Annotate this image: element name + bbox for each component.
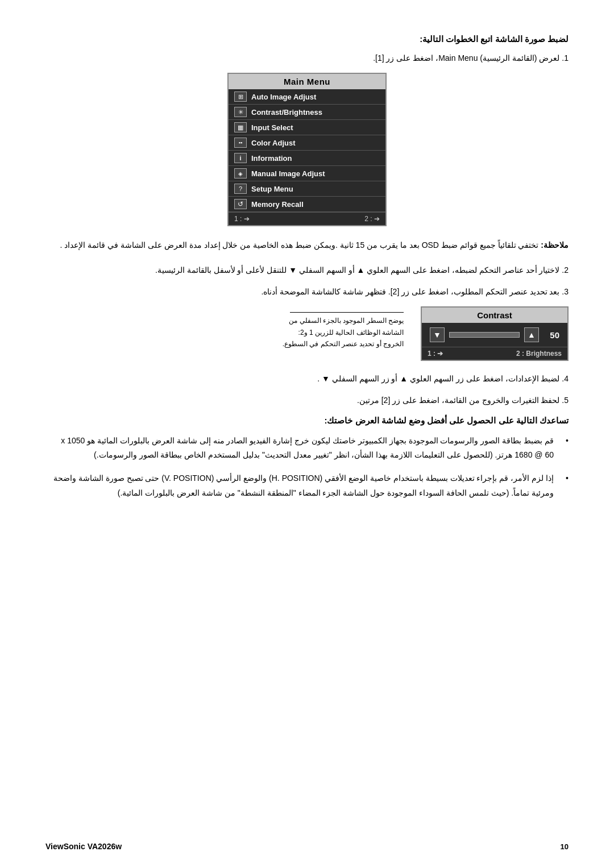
menu-item-setup[interactable]: ? Setup Menu: [229, 181, 385, 197]
color-adjust-icon: ▪▪: [234, 138, 247, 148]
contrast-bar: [449, 332, 520, 338]
main-menu-container: Main Menu ⊞ Auto Image Adjust ✳ Contrast…: [45, 73, 569, 226]
menu-footer-left: 1 : ➔: [234, 215, 250, 223]
tip-2-text: إذا لزم الأمر، قم بإجراء تعديلات بسيطة ب…: [45, 471, 562, 500]
menu-item-auto-image-adjust[interactable]: ⊞ Auto Image Adjust: [229, 89, 385, 105]
note-label: ملاحظة:: [541, 240, 569, 250]
contrast-footer-right: 2 : Brightness: [516, 350, 562, 358]
contrast-title: Contrast: [422, 308, 567, 323]
step-1-text: 1. لعرض (القائمة الرئيسية) Main Menu، اض…: [45, 53, 569, 63]
contrast-body: ▼ ▲ 50: [422, 323, 567, 347]
menu-item-information[interactable]: i Information: [229, 151, 385, 166]
step-2: 2. لاختيار أحد عناصر التحكم لضبطه، اضغط …: [45, 264, 569, 277]
tip-1: • قم بضبط بطاقة الصور والرسومات الموجودة…: [45, 434, 569, 462]
contrast-down-button[interactable]: ▼: [430, 327, 445, 342]
contrast-section: يوضح السطر الموجود بالجزء السفلي من الشا…: [45, 306, 569, 361]
menu-label-memory: Memory Recall: [251, 200, 304, 209]
menu-item-memory-recall[interactable]: ↺ Memory Recall: [229, 197, 385, 212]
tip-1-text: قم بضبط بطاقة الصور والرسومات الموجودة ب…: [45, 434, 562, 462]
menu-label-contrast: Contrast/Brightness: [251, 108, 322, 117]
contrast-up-button[interactable]: ▲: [524, 327, 539, 342]
tip-1-bullet: •: [566, 434, 569, 448]
contrast-footer-left: 1 : ➔: [428, 350, 443, 358]
manual-image-icon: ◈: [234, 168, 247, 178]
step-3: 3. بعد تحديد عنصر التحكم المطلوب، اضغط ع…: [45, 285, 569, 299]
tips-list: • قم بضبط بطاقة الصور والرسومات الموجودة…: [45, 434, 569, 500]
annotation-line1: يوضح السطر الموجود بالجزء السفلي من: [283, 315, 404, 326]
menu-label-color: Color Adjust: [251, 139, 296, 147]
footer-brand-model: ViewSonic VA2026w: [45, 842, 122, 851]
setup-icon: ?: [234, 184, 247, 194]
section-title: لضبط صورة الشاشة اتبع الخطوات التالية:: [45, 34, 569, 44]
menu-item-contrast-brightness[interactable]: ✳ Contrast/Brightness: [229, 105, 385, 120]
contrast-footer: 1 : ➔ 2 : Brightness: [422, 347, 567, 360]
contrast-value: 50: [544, 330, 559, 340]
step-5: 5. لحفظ التغيرات والخروج من القائمة، اضغ…: [45, 394, 569, 408]
menu-item-input-select[interactable]: ▦ Input Select: [229, 120, 385, 135]
tip-2-bullet: •: [566, 471, 569, 485]
information-icon: i: [234, 153, 247, 163]
annotation-line2: الشاشة الوظائف الحالية للزرين 1 و2:: [283, 327, 404, 338]
tips-title: تساعدك التالية على الحصول على أفضل وضع ل…: [45, 416, 569, 426]
menu-footer-right: 2 : ➔: [364, 215, 380, 223]
menu-label-input: Input Select: [251, 123, 293, 132]
menu-label-auto: Auto Image Adjust: [251, 93, 316, 101]
note-text: تختفي تلقائياً جميع قوائم ضبط OSD بعد ما…: [60, 240, 539, 250]
contrast-icon: ✳: [234, 107, 247, 117]
footer-model: VA2026w: [88, 842, 122, 851]
menu-item-manual-image-adjust[interactable]: ◈ Manual Image Adjust: [229, 166, 385, 181]
input-select-icon: ▦: [234, 122, 247, 132]
tip-2: • إذا لزم الأمر، قم بإجراء تعديلات بسيطة…: [45, 471, 569, 500]
footer-brand-name: ViewSonic: [45, 842, 85, 851]
menu-label-manual: Manual Image Adjust: [251, 169, 325, 178]
page-footer: ViewSonic VA2026w 10: [45, 842, 569, 851]
annotation-divider: [290, 312, 404, 313]
menu-label-info: Information: [251, 154, 292, 163]
annotation-line3: الخروج أو تحديد عنصر التحكم في السطوع.: [283, 338, 404, 350]
footer-page-number: 10: [561, 842, 569, 851]
menu-item-color-adjust[interactable]: ▪▪ Color Adjust: [229, 135, 385, 151]
step-4: 4. لضبط الإعدادات، اضغط على زر السهم الع…: [45, 372, 569, 386]
contrast-menu-box: Contrast ▼ ▲ 50 1 : ➔ 2 : Brightness: [421, 306, 569, 361]
page-content: لضبط صورة الشاشة اتبع الخطوات التالية: 1…: [45, 34, 569, 500]
auto-image-icon: ⊞: [234, 92, 247, 102]
annotation-block: يوضح السطر الموجود بالجزء السفلي من الشا…: [283, 306, 404, 350]
main-menu-footer: 1 : ➔ 2 : ➔: [229, 212, 385, 225]
menu-label-setup: Setup Menu: [251, 185, 293, 193]
memory-recall-icon: ↺: [234, 199, 247, 209]
main-menu-box: Main Menu ⊞ Auto Image Adjust ✳ Contrast…: [227, 73, 387, 226]
note-section: ملاحظة: تختفي تلقائياً جميع قوائم ضبط OS…: [45, 239, 569, 252]
main-menu-title: Main Menu: [229, 74, 385, 89]
